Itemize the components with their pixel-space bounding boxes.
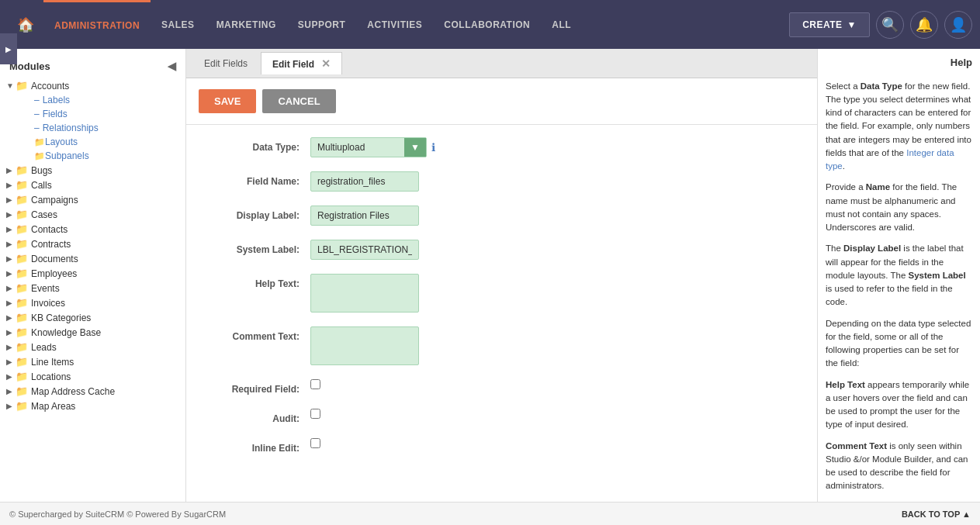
sidebar-item-contracts[interactable]: ▶ 📁 Contracts: [0, 237, 185, 251]
sidebar-item-accounts[interactable]: ▼ 📁 Accounts: [0, 78, 185, 93]
sidebar-item-employees[interactable]: ▶ 📁 Employees: [0, 266, 185, 281]
help-text-content: Select a Data Type for the new field. Th…: [826, 80, 972, 503]
nav-marketing[interactable]: MARKETING: [206, 0, 287, 49]
search-icon[interactable]: 🔍: [876, 11, 904, 39]
inline-edit-label: Inline Edit:: [210, 438, 310, 454]
sidebar-item-documents[interactable]: ▶ 📁 Documents: [0, 251, 185, 266]
cancel-button[interactable]: CANCEL: [262, 89, 335, 113]
sidebar-item-fields[interactable]: – Fields: [19, 107, 185, 121]
field-name-control: [310, 171, 419, 192]
accounts-children: – Labels – Fields – Relationships 📁 Layo…: [0, 93, 185, 163]
required-field-control: [310, 379, 320, 389]
save-button[interactable]: SAVE: [199, 89, 256, 113]
help-panel: Help Select a Data Type for the new fiel…: [817, 49, 980, 502]
required-field-row: Required Field:: [210, 379, 794, 395]
required-field-label: Required Field:: [210, 379, 310, 395]
help-text-row: Help Text:: [210, 274, 794, 313]
help-para-2: Provide a Name for the field. The name m…: [826, 181, 972, 234]
form-area: SAVE CANCEL Data Type: Multiupload Text …: [186, 78, 817, 502]
tabs-bar: Edit Fields Edit Field ✕: [186, 49, 817, 78]
help-text-control: [310, 274, 419, 313]
display-label-control: [310, 206, 419, 226]
sidebar-item-line-items[interactable]: ▶ 📁 Line Items: [0, 354, 185, 369]
sidebar-item-subpanels[interactable]: 📁 Subpanels: [19, 149, 185, 163]
tab-edit-fields[interactable]: Edit Fields: [192, 53, 259, 74]
help-para-1: Select a Data Type for the new field. Th…: [826, 80, 972, 174]
nav-support[interactable]: SUPPORT: [287, 0, 357, 49]
system-label-row: System Label:: [210, 240, 794, 260]
comment-text-input[interactable]: [310, 326, 419, 365]
inline-edit-control: [310, 438, 320, 448]
help-para-5: Help Text appears temporarily while a us…: [826, 378, 972, 432]
top-navigation: 🏠 ADMINISTRATION SALES MARKETING SUPPORT…: [0, 0, 980, 49]
footer-copyright: © Supercharged by SuiteCRM © Powered By …: [9, 509, 226, 519]
help-para-6: Comment Text is only seen within Studio …: [826, 440, 972, 493]
tab-close-icon[interactable]: ✕: [321, 57, 331, 70]
required-field-checkbox[interactable]: [310, 379, 320, 389]
info-icon[interactable]: ℹ: [431, 141, 435, 154]
tab-edit-field[interactable]: Edit Field ✕: [261, 52, 342, 74]
comment-text-row: Comment Text:: [210, 326, 794, 365]
system-label-label: System Label:: [210, 240, 310, 255]
data-type-control: Multiupload Text Integer Date Datetime B…: [310, 137, 435, 157]
audit-control: [310, 409, 320, 419]
nav-administration[interactable]: ADMINISTRATION: [43, 0, 151, 49]
comment-text-control: [310, 326, 419, 365]
system-label-control: [310, 240, 419, 260]
content-area: Edit Fields Edit Field ✕ SAVE CANCEL Dat…: [186, 49, 817, 502]
display-label-input[interactable]: [310, 206, 419, 226]
data-type-select-wrapper: Multiupload Text Integer Date Datetime B…: [310, 137, 427, 157]
sidebar-item-invoices[interactable]: ▶ 📁 Invoices: [0, 295, 185, 310]
help-text-label: Help Text:: [210, 274, 310, 289]
sidebar-item-relationships[interactable]: – Relationships: [19, 121, 185, 135]
inline-edit-checkbox[interactable]: [310, 438, 320, 448]
form-actions: SAVE CANCEL: [186, 78, 817, 125]
sidebar-item-bugs[interactable]: ▶ 📁 Bugs: [0, 163, 185, 178]
nav-links: ADMINISTRATION SALES MARKETING SUPPORT A…: [43, 0, 789, 49]
display-label-label: Display Label:: [210, 206, 310, 221]
sidebar-collapse-button[interactable]: ◀: [168, 60, 176, 72]
sidebar-item-leads[interactable]: ▶ 📁 Leads: [0, 340, 185, 354]
nav-collaboration[interactable]: COLLABORATION: [433, 0, 541, 49]
profile-icon[interactable]: 👤: [944, 11, 972, 39]
sidebar-item-locations[interactable]: ▶ 📁 Locations: [0, 369, 185, 384]
panel-toggle-button[interactable]: ▶: [0, 33, 17, 64]
back-to-top-button[interactable]: BACK TO TOP ▲: [902, 509, 971, 519]
sidebar-item-calls[interactable]: ▶ 📁 Calls: [0, 178, 185, 192]
data-type-row: Data Type: Multiupload Text Integer Date…: [210, 137, 794, 157]
audit-row: Audit:: [210, 409, 794, 424]
nav-sales[interactable]: SALES: [151, 0, 206, 49]
comment-text-label: Comment Text:: [210, 326, 310, 342]
nav-activities[interactable]: ACTIVITIES: [356, 0, 433, 49]
nav-all[interactable]: ALL: [541, 0, 582, 49]
field-name-input[interactable]: [310, 171, 419, 192]
notifications-icon[interactable]: 🔔: [910, 11, 938, 39]
main-layout: Modules ◀ ▼ 📁 Accounts – Labels – Fields…: [0, 49, 980, 502]
sidebar: Modules ◀ ▼ 📁 Accounts – Labels – Fields…: [0, 49, 186, 502]
audit-checkbox[interactable]: [310, 409, 320, 419]
system-label-input[interactable]: [310, 240, 419, 260]
sidebar-item-campaigns[interactable]: ▶ 📁 Campaigns: [0, 192, 185, 207]
help-para-3: The Display Label is the label that will…: [826, 242, 972, 309]
sidebar-item-kb-categories[interactable]: ▶ 📁 KB Categories: [0, 310, 185, 325]
sidebar-item-map-areas[interactable]: ▶ 📁 Map Areas: [0, 399, 185, 413]
form-fields: Data Type: Multiupload Text Integer Date…: [186, 125, 817, 480]
sidebar-item-events[interactable]: ▶ 📁 Events: [0, 281, 185, 295]
help-para-4: Depending on the data type selected for …: [826, 317, 972, 371]
select-arrow-icon[interactable]: ▼: [404, 138, 426, 157]
sidebar-item-cases[interactable]: ▶ 📁 Cases: [0, 207, 185, 222]
footer: © Supercharged by SuiteCRM © Powered By …: [0, 502, 980, 525]
sidebar-item-layouts[interactable]: 📁 Layouts: [19, 135, 185, 149]
sidebar-item-labels[interactable]: – Labels: [19, 93, 185, 107]
field-name-label: Field Name:: [210, 171, 310, 187]
create-button[interactable]: CREATE ▼: [789, 12, 870, 37]
data-type-select[interactable]: Multiupload Text Integer Date Datetime B…: [311, 138, 404, 157]
display-label-row: Display Label:: [210, 206, 794, 226]
sidebar-item-contacts[interactable]: ▶ 📁 Contacts: [0, 222, 185, 237]
sidebar-item-map-address-cache[interactable]: ▶ 📁 Map Address Cache: [0, 384, 185, 399]
sidebar-item-knowledge-base[interactable]: ▶ 📁 Knowledge Base: [0, 325, 185, 340]
nav-right-actions: CREATE ▼ 🔍 🔔 👤: [789, 11, 972, 39]
field-name-row: Field Name:: [210, 171, 794, 192]
help-text-input[interactable]: [310, 274, 419, 313]
inline-edit-row: Inline Edit:: [210, 438, 794, 454]
